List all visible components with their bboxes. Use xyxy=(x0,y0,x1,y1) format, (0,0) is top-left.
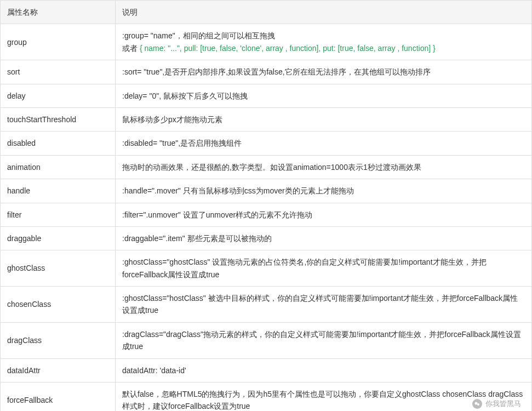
col-header-desc: 说明 xyxy=(116,1,532,24)
prop-desc: :handle=".mover" 只有当鼠标移动到css为mover类的元素上才… xyxy=(116,179,532,203)
table-row: sort :sort= "true",是否开启内部排序,如果设置为false,它… xyxy=(1,60,532,84)
table-header-row: 属性名称 说明 xyxy=(1,1,532,24)
prop-name: touchStartThreshold xyxy=(1,107,116,131)
prop-desc: :disabled= "true",是否启用拖拽组件 xyxy=(116,132,532,155)
table-row: forceFallback 默认false，忽略HTML5的拖拽行为，因为h5里… xyxy=(1,383,532,411)
prop-name: sort xyxy=(1,60,116,84)
prop-desc: 鼠标移动多少px才能拖动元素 xyxy=(116,107,532,131)
table-row: delay :delay= "0", 鼠标按下后多久可以拖拽 xyxy=(1,84,532,107)
table-row: filter :filter=".unmover" 设置了unmover样式的元… xyxy=(1,203,532,226)
table-row: ghostClass :ghostClass="ghostClass" 设置拖动… xyxy=(1,250,532,287)
table-row: handle :handle=".mover" 只有当鼠标移动到css为move… xyxy=(1,179,532,203)
prop-name: group xyxy=(1,24,116,60)
prop-name: disabled xyxy=(1,132,116,155)
prop-desc: :group= "name"，相同的组之间可以相互拖拽 或者 { name: "… xyxy=(116,24,532,60)
prop-name: ghostClass xyxy=(1,250,116,287)
col-header-name: 属性名称 xyxy=(1,1,116,24)
prop-name: animation xyxy=(1,155,116,179)
prop-desc: :ghostClass="hostClass" 被选中目标的样式，你的自定义样式… xyxy=(116,287,532,323)
table-row: draggable :draggable=".item" 那些元素是可以被拖动的 xyxy=(1,226,532,250)
prop-desc: 默认false，忽略HTML5的拖拽行为，因为h5里有个属性也是可以拖动，你要自… xyxy=(116,383,532,411)
prop-desc: :ghostClass="ghostClass" 设置拖动元素的占位符类名,你的… xyxy=(116,250,532,287)
table-row: animation 拖动时的动画效果，还是很酷的,数字类型。如设置animati… xyxy=(1,155,532,179)
prop-name: forceFallback xyxy=(1,383,116,411)
code-snippet: { name: "...", pull: [true, false, 'clon… xyxy=(140,44,436,53)
prop-name: draggable xyxy=(1,226,116,250)
table-row: dragClass :dragClass="dragClass"拖动元素的样式，… xyxy=(1,322,532,358)
prop-name: handle xyxy=(1,179,116,203)
properties-table: 属性名称 说明 group :group= "name"，相同的组之间可以相互拖… xyxy=(0,0,532,411)
prop-desc: :filter=".unmover" 设置了unmover样式的元素不允许拖动 xyxy=(116,203,532,226)
table-row: disabled :disabled= "true",是否启用拖拽组件 xyxy=(1,132,532,155)
prop-desc: dataIdAttr: 'data-id' xyxy=(116,358,532,382)
prop-name: filter xyxy=(1,203,116,226)
table-row: dataIdAttr dataIdAttr: 'data-id' xyxy=(1,358,532,382)
table-row: group :group= "name"，相同的组之间可以相互拖拽 或者 { n… xyxy=(1,24,532,60)
prop-desc: :dragClass="dragClass"拖动元素的样式，你的自定义样式可能需… xyxy=(116,322,532,358)
prop-desc: 拖动时的动画效果，还是很酷的,数字类型。如设置animation=1000表示1… xyxy=(116,155,532,179)
prop-name: chosenClass xyxy=(1,287,116,323)
prop-name: dragClass xyxy=(1,322,116,358)
prop-desc: :delay= "0", 鼠标按下后多久可以拖拽 xyxy=(116,84,532,107)
prop-name: dataIdAttr xyxy=(1,358,116,382)
prop-desc: :draggable=".item" 那些元素是可以被拖动的 xyxy=(116,226,532,250)
prop-name: delay xyxy=(1,84,116,107)
prop-desc: :sort= "true",是否开启内部排序,如果设置为false,它所在组无法… xyxy=(116,60,532,84)
table-row: touchStartThreshold 鼠标移动多少px才能拖动元素 xyxy=(1,107,532,131)
table-row: chosenClass :ghostClass="hostClass" 被选中目… xyxy=(1,287,532,323)
